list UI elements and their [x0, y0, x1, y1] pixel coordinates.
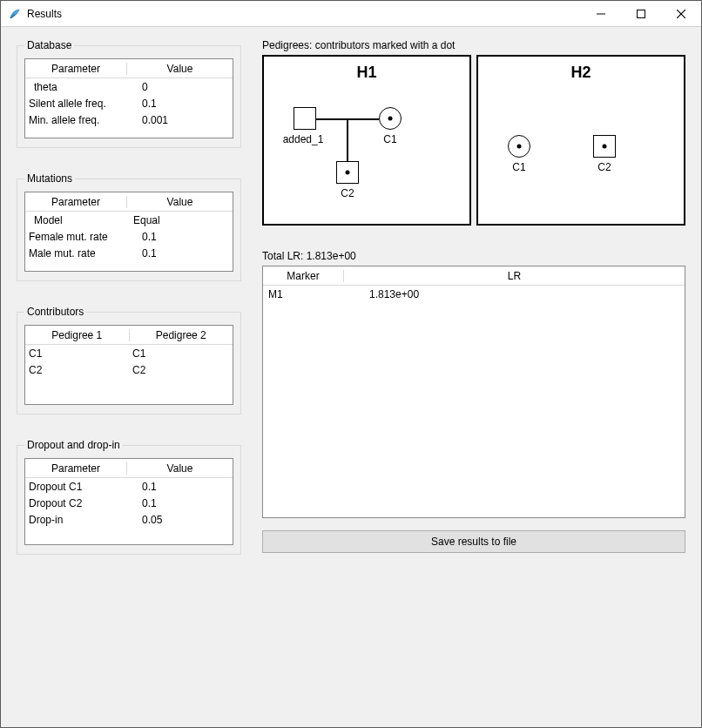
- table-row: Drop-in 0.05: [25, 511, 233, 528]
- app-icon: [8, 7, 22, 21]
- table-row: C2 C2: [25, 361, 233, 378]
- cell-value: 0.1: [126, 497, 233, 509]
- node-circle-icon: [379, 107, 402, 130]
- minimize-button[interactable]: [581, 1, 621, 27]
- col-header-pedigree2: Pedigree 2: [129, 329, 233, 341]
- cell-ped2: C2: [129, 364, 233, 376]
- dropout-group: Dropout and drop-in Parameter Value Drop…: [17, 439, 241, 555]
- lr-table: Marker LR M1 1.813e+00: [262, 266, 685, 518]
- cell-value: 0.1: [126, 231, 233, 243]
- cell-param: Silent allele freq.: [25, 98, 126, 110]
- pedigrees-label: Pedigrees: contributors marked with a do…: [262, 39, 685, 51]
- node-label-c2: C2: [336, 187, 359, 199]
- cell-param: Min. allele freq.: [25, 114, 126, 126]
- window-title: Results: [27, 8, 62, 20]
- cell-ped1: C1: [25, 347, 129, 360]
- col-header-value: Value: [126, 462, 233, 475]
- col-header-parameter: Parameter: [25, 63, 126, 75]
- save-results-label: Save results to file: [431, 536, 516, 548]
- cell-value: 0.1: [126, 247, 233, 260]
- cell-param: theta: [25, 81, 126, 93]
- cell-lr: 1.813e+00: [343, 288, 685, 300]
- col-header-pedigree1: Pedigree 1: [25, 329, 129, 341]
- col-header-value: Value: [126, 196, 233, 208]
- table-row: theta 0: [25, 78, 233, 95]
- table-row: Female mut. rate 0.1: [25, 228, 233, 245]
- table-row: M1 1.813e+00: [263, 286, 685, 302]
- col-header-lr: LR: [343, 270, 685, 282]
- database-legend: Database: [24, 39, 74, 51]
- node-label-c2: C2: [593, 161, 616, 173]
- table-row: Dropout C1 0.1: [25, 478, 233, 495]
- cell-marker: M1: [263, 288, 343, 300]
- pedigree-h1-title: H1: [264, 64, 469, 82]
- col-header-parameter: Parameter: [25, 462, 126, 475]
- col-header-parameter: Parameter: [25, 196, 126, 208]
- node-label-added1: added_1: [276, 133, 330, 145]
- database-table: Parameter Value theta 0 Silent allele fr…: [24, 58, 233, 138]
- col-header-marker: Marker: [263, 270, 343, 282]
- mutations-legend: Mutations: [24, 172, 75, 185]
- table-row: C1 C1: [25, 345, 233, 361]
- node-square-icon: [294, 107, 316, 130]
- mutations-group: Mutations Parameter Value Model Equal Fe…: [17, 172, 241, 281]
- table-row: Silent allele freq. 0.1: [25, 95, 233, 111]
- table-row: Min. allele freq. 0.001: [25, 111, 233, 128]
- cell-value: 0: [126, 81, 233, 93]
- cell-value: 0.001: [126, 114, 233, 126]
- contributors-legend: Contributors: [24, 306, 86, 318]
- dropout-legend: Dropout and drop-in: [24, 439, 123, 451]
- cell-param: Dropout C1: [25, 481, 126, 493]
- node-label-c1: C1: [379, 133, 402, 145]
- table-row: Male mut. rate 0.1: [25, 245, 233, 261]
- mutations-table: Parameter Value Model Equal Female mut. …: [24, 192, 233, 272]
- col-header-value: Value: [126, 63, 233, 75]
- cell-ped2: C1: [129, 347, 233, 360]
- maximize-button[interactable]: [621, 1, 661, 27]
- cell-param: Model: [25, 214, 126, 226]
- table-row: Dropout C2 0.1: [25, 495, 233, 511]
- cell-param: Drop-in: [25, 514, 126, 526]
- node-label-c1: C1: [508, 161, 530, 173]
- cell-param: Dropout C2: [25, 497, 126, 509]
- cell-value: 0.1: [126, 481, 233, 493]
- titlebar: Results: [1, 1, 701, 27]
- database-group: Database Parameter Value theta 0 Silent …: [17, 39, 241, 148]
- cell-value: 0.1: [126, 98, 233, 110]
- contributors-group: Contributors Pedigree 1 Pedigree 2 C1 C1…: [17, 306, 241, 415]
- dropout-table: Parameter Value Dropout C1 0.1 Dropout C…: [24, 458, 233, 545]
- cell-value: 0.05: [126, 514, 233, 526]
- table-row: Model Equal: [25, 212, 233, 228]
- node-circle-icon: [508, 135, 530, 158]
- node-square-icon: [593, 135, 616, 158]
- pedigree-h2-title: H2: [478, 64, 684, 82]
- cell-value: Equal: [126, 214, 233, 226]
- node-square-icon: [336, 161, 359, 184]
- total-lr-label: Total LR: 1.813e+00: [262, 250, 685, 262]
- contributors-table: Pedigree 1 Pedigree 2 C1 C1 C2 C2: [24, 325, 233, 405]
- cell-ped1: C2: [25, 364, 129, 376]
- close-button[interactable]: [661, 1, 701, 27]
- cell-param: Female mut. rate: [25, 231, 126, 243]
- svg-rect-1: [638, 10, 645, 17]
- cell-param: Male mut. rate: [25, 247, 126, 260]
- pedigree-h2-box: H2 C1 C2: [476, 55, 685, 226]
- save-results-button[interactable]: Save results to file: [262, 530, 685, 553]
- results-window: Results Database Parameter Value: [0, 0, 702, 728]
- connector-line: [347, 118, 348, 161]
- pedigree-h1-box: H1 added_1 C1 C2: [262, 55, 471, 226]
